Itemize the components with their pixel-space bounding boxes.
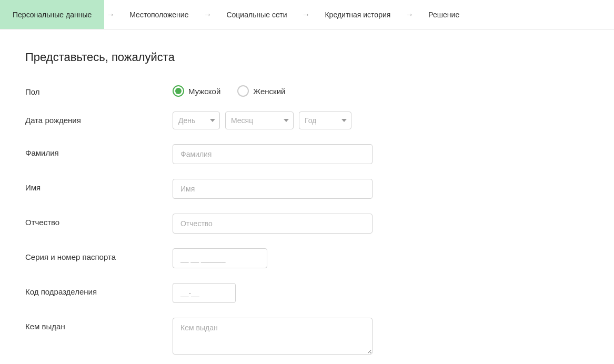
lastname-control <box>173 144 373 164</box>
nav-label-decision: Решение <box>428 11 459 19</box>
firstname-row: Имя <box>25 179 448 199</box>
issued-control <box>173 318 373 356</box>
middlename-control <box>173 214 373 234</box>
dob-control: День Месяц Год <box>173 112 373 129</box>
issued-label: Кем выдан <box>25 318 173 331</box>
dob-month-select[interactable]: Месяц <box>225 112 294 129</box>
gender-female-text: Женский <box>253 87 285 96</box>
passport-input[interactable] <box>173 248 267 268</box>
nav-item-decision[interactable]: Решение <box>416 0 472 29</box>
nav-arrow-4: → <box>405 10 414 19</box>
date-group: День Месяц Год <box>173 112 373 129</box>
nav-arrow-1: → <box>106 10 115 19</box>
middlename-label: Отчество <box>25 214 173 227</box>
gender-row: Пол Мужской Женский <box>25 83 448 97</box>
division-row: Код подразделения <box>25 283 448 303</box>
dob-year-select[interactable]: Год <box>299 112 351 129</box>
passport-row: Серия и номер паспорта <box>25 248 448 268</box>
page-title: Представьтесь, пожалуйста <box>25 50 448 64</box>
nav-item-location[interactable]: Местоположение <box>117 0 201 29</box>
division-control <box>173 283 373 303</box>
nav-label-credit: Кредитная история <box>325 11 390 19</box>
dob-day-select[interactable]: День <box>173 112 220 129</box>
nav-label-personal: Персональные данные <box>13 11 92 19</box>
passport-control <box>173 248 373 268</box>
nav-item-credit[interactable]: Кредитная история <box>312 0 403 29</box>
division-input[interactable] <box>173 283 236 303</box>
gender-female-radio[interactable] <box>237 85 249 97</box>
nav-arrow-3: → <box>301 10 310 19</box>
nav-arrow-2: → <box>203 10 212 19</box>
lastname-label: Фамилия <box>25 144 173 157</box>
issued-textarea[interactable] <box>173 318 373 355</box>
nav-label-location: Местоположение <box>129 11 188 19</box>
middlename-input[interactable] <box>173 214 373 234</box>
nav-item-personal[interactable]: Персональные данные <box>0 0 104 29</box>
division-label: Код подразделения <box>25 283 173 296</box>
lastname-row: Фамилия <box>25 144 448 164</box>
firstname-control <box>173 179 373 199</box>
gender-label: Пол <box>25 83 173 96</box>
gender-male-text: Мужской <box>188 87 220 96</box>
gender-female-label[interactable]: Женский <box>237 85 285 97</box>
lastname-input[interactable] <box>173 144 373 164</box>
dob-row: Дата рождения День Месяц Год <box>25 112 448 129</box>
radio-group: Мужской Женский <box>173 83 373 97</box>
nav-item-social[interactable]: Социальные сети <box>214 0 299 29</box>
nav-bar: Персональные данные → Местоположение → С… <box>0 0 614 29</box>
gender-male-radio[interactable] <box>173 85 184 97</box>
gender-male-label[interactable]: Мужской <box>173 85 220 97</box>
nav-label-social: Социальные сети <box>226 11 287 19</box>
issued-row: Кем выдан <box>25 318 448 356</box>
main-content: Представьтесь, пожалуйста Пол Мужской Же… <box>0 29 474 364</box>
firstname-label: Имя <box>25 179 173 192</box>
gender-control: Мужской Женский <box>173 83 373 97</box>
firstname-input[interactable] <box>173 179 373 199</box>
middlename-row: Отчество <box>25 214 448 234</box>
dob-label: Дата рождения <box>25 112 173 125</box>
passport-label: Серия и номер паспорта <box>25 248 173 261</box>
